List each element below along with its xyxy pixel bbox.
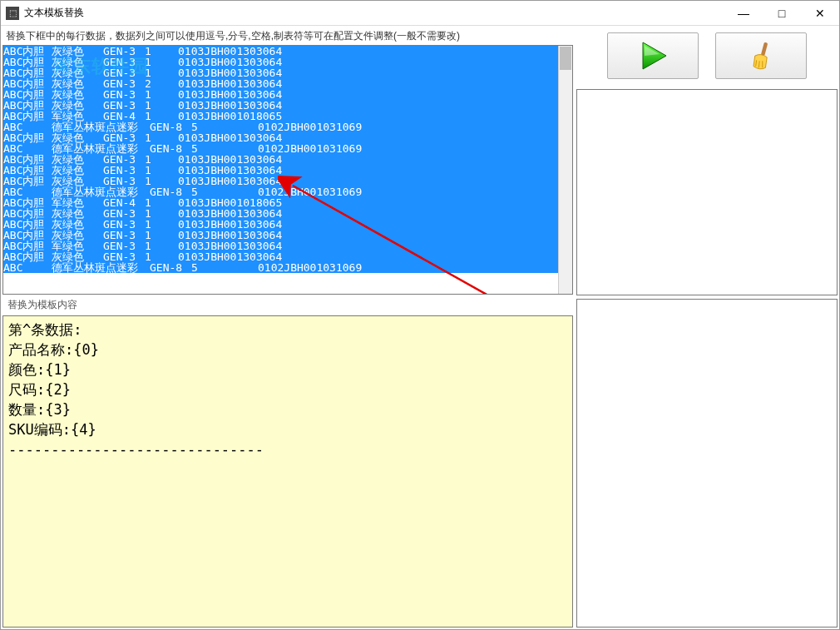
output-box-top[interactable] [576, 89, 838, 295]
toolbar [576, 27, 838, 86]
svg-rect-1 [761, 42, 768, 57]
data-row[interactable]: ABC德军丛林斑点迷彩GEN-850102JBH001031069 [3, 262, 558, 273]
window-buttons: — □ ✕ [724, 1, 839, 25]
play-icon [636, 39, 670, 72]
data-rows: ABC内胆灰绿色GEN-310103JBH001303064ABC内胆灰绿色GE… [3, 46, 572, 273]
brush-icon [746, 39, 776, 72]
vertical-scrollbar[interactable] [558, 46, 572, 294]
clear-button[interactable] [715, 32, 807, 79]
window-title: 文本模板替换 [24, 6, 724, 20]
template-textarea[interactable]: 第^条数据: 产品名称:{0} 颜色:{1} 尺码:{2} 数量:{3} SKU… [2, 315, 573, 628]
instruction-text: 替换下框中的每行数据，数据列之间可以使用逗号,分号,空格,制表符等可在配置文件调… [2, 27, 573, 45]
run-button[interactable] [607, 32, 699, 79]
maximize-button[interactable]: □ [763, 1, 801, 25]
scroll-thumb[interactable] [560, 47, 571, 70]
titlebar: ⬚ 文本模板替换 — □ ✕ [1, 1, 839, 26]
minimize-button[interactable]: — [724, 1, 763, 25]
data-input-area[interactable]: 河东软件园 ABC内胆灰绿色GEN-310103JBH001303064ABC内… [2, 45, 573, 295]
output-box-bottom[interactable] [576, 299, 838, 628]
template-label: 替换为模板内容 [2, 295, 573, 315]
app-icon: ⬚ [6, 7, 19, 20]
close-button[interactable]: ✕ [801, 1, 839, 25]
